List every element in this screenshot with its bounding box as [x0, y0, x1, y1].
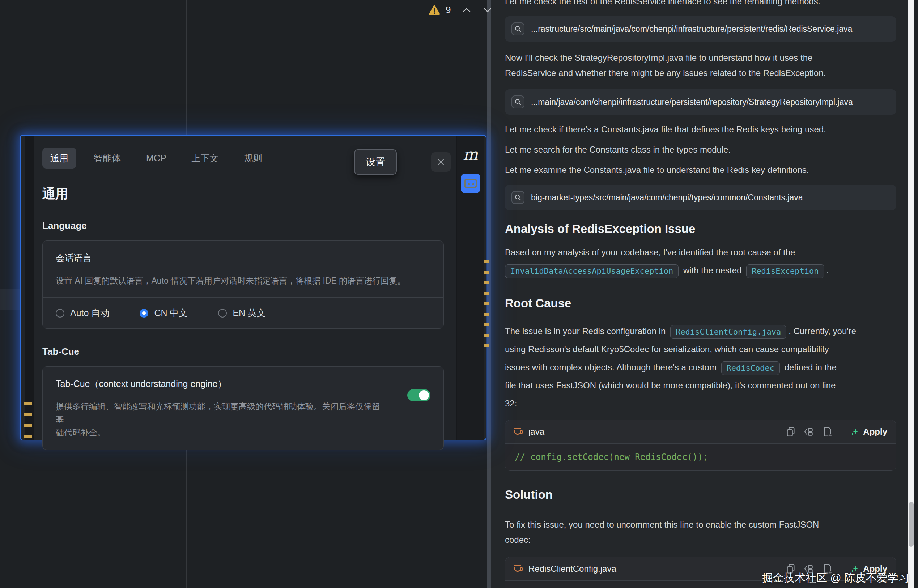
- code-language-label: java: [528, 424, 545, 439]
- search-icon: [511, 23, 524, 36]
- robot-face-glyph: [464, 179, 477, 188]
- warning-icon: [428, 5, 441, 16]
- tab-context[interactable]: 上下文: [184, 148, 227, 168]
- text-line: Now I'll check the StrategyRepositoryImp…: [505, 53, 812, 63]
- chat-paragraph: Let me check the rest of the RedisServic…: [505, 0, 896, 9]
- toggle-knob: [419, 390, 429, 400]
- radio-cn[interactable]: CN 中文: [140, 307, 188, 319]
- tab-agents[interactable]: 智能体: [86, 148, 129, 168]
- radio-auto[interactable]: Auto 自动: [56, 307, 109, 319]
- dialog-right-rail: m: [456, 136, 484, 440]
- text-fragment: defined in the: [784, 362, 837, 372]
- language-card-desc: 设置 AI 回复的默认语言，Auto 情况下若用户对话时未指定语言，将根据 ID…: [56, 274, 430, 297]
- java-icon: [514, 428, 524, 435]
- text-line: RedisService and whether there might be …: [505, 68, 826, 78]
- inline-code-chip: RedisException: [746, 264, 824, 278]
- code-block-java: java Apply // config.setCodec(new R: [505, 420, 896, 471]
- text-line: Based on my analysis of your codebase, I…: [505, 247, 795, 257]
- chat-paragraph: Let me check if there's a Constants.java…: [505, 122, 896, 137]
- file-path: ...rastructure/src/main/java/com/chenpi/…: [531, 21, 852, 37]
- java-icon: [514, 565, 524, 572]
- tabcue-card-desc: 提供多行编辑、智能改写和光标预测功能，实现更高级的代码辅助体验。关闭后将仅保留基…: [56, 400, 383, 439]
- text-line: file that uses FastJSON (which would be …: [505, 380, 836, 390]
- radio-icon: [56, 309, 65, 318]
- text-line: To fix this issue, you need to uncomment…: [505, 520, 819, 530]
- apply-label: Apply: [863, 424, 887, 439]
- chat-paragraph: Now I'll check the StrategyRepositoryImp…: [505, 50, 896, 81]
- watermark: 掘金技术社区 @ 陈皮不爱学习: [762, 571, 909, 585]
- code-line: // config.setCodec(new RedisCodec());: [515, 452, 708, 462]
- new-file-icon[interactable]: [823, 427, 832, 437]
- tab-mcp[interactable]: MCP: [138, 149, 175, 168]
- file-search-result[interactable]: ...main/java/com/chenpi/infrastructure/p…: [505, 89, 896, 115]
- tabcue-toggle[interactable]: [407, 389, 430, 401]
- file-path: ...main/java/com/chenpi/infrastructure/p…: [531, 94, 853, 110]
- radio-label: CN 中文: [154, 307, 188, 319]
- insert-at-cursor-icon[interactable]: [804, 427, 814, 436]
- warning-count: 9: [446, 4, 451, 16]
- search-icon: [511, 95, 524, 108]
- text-line: 础代码补全。: [56, 428, 106, 437]
- tabcue-card: Tab-Cue（context understanding engine） 提供…: [42, 366, 444, 450]
- inline-code-chip: RedisCodec: [721, 361, 780, 375]
- language-card-title: 会话语言: [56, 252, 430, 263]
- section-heading-root-cause: Root Cause: [505, 296, 896, 311]
- text-line: InvalidDataAccessApiUsageException with …: [505, 265, 829, 275]
- tabcue-card-title: Tab-Cue（context understanding engine）: [56, 378, 430, 389]
- text-fragment: .: [826, 265, 829, 275]
- chat-scrollbar-thumb[interactable]: [908, 502, 914, 547]
- radio-icon: [140, 309, 148, 318]
- text-line: using Redisson's default Kryo5Codec for …: [505, 344, 829, 354]
- tab-rules[interactable]: 规则: [236, 148, 270, 168]
- text-fragment: issues with complex objects. Although th…: [505, 362, 716, 372]
- radio-icon: [218, 309, 227, 318]
- inline-code-chip: InvalidDataAccessApiUsageException: [505, 264, 679, 278]
- assistant-chat-panel: Let me check the rest of the RedisServic…: [491, 0, 908, 588]
- inline-code-chip: RedisClientConfig.java: [670, 325, 786, 339]
- dialog-left-rail: [24, 136, 34, 440]
- text-line: 32:: [505, 399, 517, 408]
- settings-dialog: m 设置 通用 智能体 MCP 上下文 规则 通用 Language 会话语言 …: [20, 135, 486, 441]
- radio-label: Auto 自动: [70, 307, 109, 319]
- text-line: codec:: [505, 535, 531, 544]
- copy-icon[interactable]: [786, 427, 795, 437]
- chevron-up-icon[interactable]: [462, 7, 472, 13]
- language-group-label: Language: [42, 220, 444, 231]
- text-fragment: . Currently, you're: [789, 326, 856, 336]
- warning-markers-right: [483, 260, 490, 347]
- radio-label: EN 英文: [233, 307, 266, 319]
- chat-paragraph: Based on my analysis of your codebase, I…: [505, 245, 896, 281]
- section-heading-analysis: Analysis of RedisException Issue: [505, 221, 896, 237]
- file-search-result[interactable]: big-market-types/src/main/java/com/chenp…: [505, 185, 896, 210]
- chat-paragraph: The issue is in your Redis configuration…: [505, 322, 896, 413]
- language-options: Auto 自动 CN 中文 EN 英文: [43, 297, 443, 328]
- text-fragment: with the nested: [683, 265, 742, 275]
- chat-paragraph: Let me examine the Constants.java file t…: [505, 162, 896, 178]
- code-file-title: RedisClientConfig.java: [528, 561, 616, 577]
- radio-en[interactable]: EN 英文: [218, 307, 266, 319]
- warning-markers-left: [24, 402, 32, 441]
- language-card: 会话语言 设置 AI 回复的默认语言，Auto 情况下若用户对话时未指定语言，将…: [42, 241, 444, 329]
- code-block-header: java Apply: [505, 420, 896, 443]
- search-icon: [511, 191, 524, 204]
- file-path: big-market-types/src/main/java/com/chenp…: [531, 190, 803, 205]
- text-line: 提供多行编辑、智能改写和光标预测功能，实现更高级的代码辅助体验。关闭后将仅保留基: [56, 402, 380, 424]
- code-content: // config.setCodec(new RedisCodec());: [505, 443, 896, 470]
- apply-button[interactable]: Apply: [850, 424, 887, 439]
- text-fragment: The issue is in your Redis configuration…: [505, 326, 666, 336]
- problems-indicator[interactable]: 9: [428, 4, 493, 16]
- file-search-result[interactable]: ...rastructure/src/main/java/com/chenpi/…: [505, 16, 896, 42]
- m-logo: m: [463, 145, 478, 163]
- toolbar-divider: [841, 427, 841, 437]
- tab-general[interactable]: 通用: [42, 148, 76, 168]
- section-heading-solution: Solution: [505, 487, 896, 502]
- assistant-robot-icon[interactable]: [461, 174, 480, 193]
- page-title: 通用: [42, 185, 444, 203]
- chat-scrollbar-track[interactable]: [908, 0, 915, 588]
- chat-paragraph: Let me search for the Constants class in…: [505, 142, 896, 157]
- chat-paragraph: To fix this issue, you need to uncomment…: [505, 517, 896, 548]
- settings-content: 通用 智能体 MCP 上下文 规则 通用 Language 会话语言 设置 AI…: [42, 136, 444, 440]
- tabcue-group-label: Tab-Cue: [42, 346, 444, 357]
- settings-tooltip[interactable]: 设置: [354, 149, 397, 174]
